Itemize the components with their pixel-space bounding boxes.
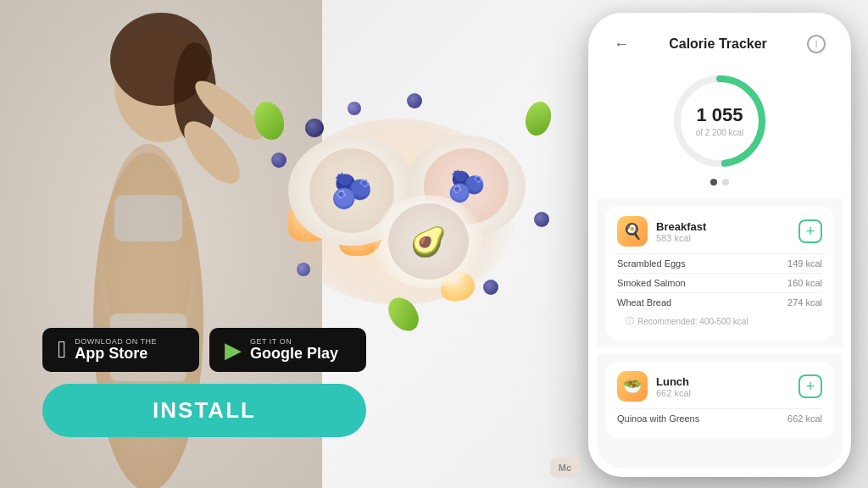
blueberry-3 xyxy=(348,102,361,115)
breakfast-info: Breakfast 583 kcal xyxy=(656,220,706,243)
dot-1 xyxy=(710,179,717,186)
google-play-main: Google Play xyxy=(250,346,338,363)
salmon-kcal: 160 kcal xyxy=(787,278,822,288)
lunch-info: Lunch 662 kcal xyxy=(656,375,691,398)
quinoa-name: Quinoa with Greens xyxy=(617,413,699,424)
lunch-section: 🥗 Lunch 662 kcal + Quinoa with Greens 66… xyxy=(605,361,834,438)
bread-kcal: 274 kcal xyxy=(787,297,822,308)
store-buttons-row:  Download on the App Store ▶ GET IT ON … xyxy=(42,328,366,372)
breakfast-header: 🍳 Breakfast 583 kcal + xyxy=(617,216,822,247)
lunch-name: Lunch xyxy=(656,375,691,388)
breakfast-title-area: 🍳 Breakfast 583 kcal xyxy=(617,216,706,247)
breakfast-section: 🍳 Breakfast 583 kcal + Scrambled Eggs 14… xyxy=(605,206,834,341)
back-button[interactable]: ← xyxy=(614,36,629,53)
apple-icon:  xyxy=(58,336,66,363)
google-play-button[interactable]: ▶ GET IT ON Google Play xyxy=(209,328,366,372)
install-button[interactable]: INSTALL xyxy=(42,384,366,437)
info-button[interactable]: i xyxy=(807,35,826,53)
dot-2 xyxy=(722,179,729,186)
lunch-kcal: 662 kcal xyxy=(656,388,691,398)
app-store-text: Download on the App Store xyxy=(75,337,157,363)
breakfast-name: Breakfast xyxy=(656,220,706,233)
screen-title: Calorie Tracker xyxy=(669,36,767,52)
divider-1 xyxy=(597,192,843,199)
calorie-ring: 1 055 of 2 200 kcal xyxy=(669,70,771,172)
breakfast-icon: 🍳 xyxy=(617,216,648,247)
food-display-area: 🫐 🫐 🥑 xyxy=(237,51,576,356)
recommended-note: ⓘ Recommended: 400-500 kcal xyxy=(617,312,822,330)
blueberry-2 xyxy=(305,119,324,137)
calorie-number: 1 055 xyxy=(696,106,743,125)
calorie-subtitle: of 2 200 kcal xyxy=(696,128,744,137)
dot-indicators xyxy=(710,179,729,186)
lunch-add-button[interactable]: + xyxy=(798,374,822,398)
lunch-icon: 🥗 xyxy=(617,371,648,402)
blueberry-7 xyxy=(534,212,549,227)
avocado-2 xyxy=(519,97,558,140)
google-play-text: GET IT ON Google Play xyxy=(250,337,338,363)
food-plate-3: 🥑 xyxy=(373,195,483,288)
svg-rect-8 xyxy=(114,195,182,241)
lunch-title-area: 🥗 Lunch 662 kcal xyxy=(617,371,691,402)
app-store-main: App Store xyxy=(75,346,157,363)
breakfast-add-button[interactable]: + xyxy=(798,219,822,243)
meal-item-quinoa: Quinoa with Greens 662 kcal xyxy=(617,408,822,428)
phone-screen: ← Calorie Tracker i 1 055 xyxy=(597,21,843,469)
bread-name: Wheat Bread xyxy=(617,297,671,308)
calorie-section: 1 055 of 2 200 kcal xyxy=(597,62,843,192)
salmon-name: Smoked Salmon xyxy=(617,278,686,288)
phone-mockup: ← Calorie Tracker i 1 055 xyxy=(588,13,851,477)
quinoa-kcal: 662 kcal xyxy=(787,413,822,424)
phone-header: ← Calorie Tracker i xyxy=(597,21,843,62)
blueberry-9 xyxy=(297,263,310,276)
eggs-name: Scrambled Eggs xyxy=(617,258,686,269)
watermark: Mc xyxy=(550,458,580,478)
google-play-icon: ▶ xyxy=(225,337,242,363)
meal-item-bread: Wheat Bread 274 kcal xyxy=(617,292,822,312)
cta-buttons-area:  Download on the App Store ▶ GET IT ON … xyxy=(42,328,366,437)
blueberry-10 xyxy=(483,280,498,295)
meal-item-salmon: Smoked Salmon 160 kcal xyxy=(617,273,822,292)
eggs-kcal: 149 kcal xyxy=(787,258,822,269)
blueberry-4 xyxy=(407,93,422,108)
avocado-1 xyxy=(254,102,284,140)
app-store-button[interactable]:  Download on the App Store xyxy=(42,328,199,372)
breakfast-kcal: 583 kcal xyxy=(656,233,706,243)
divider-2 xyxy=(597,347,843,354)
phone-scroll-area[interactable]: ← Calorie Tracker i 1 055 xyxy=(597,21,843,469)
blueberry-1 xyxy=(271,152,287,168)
meal-item-eggs: Scrambled Eggs 149 kcal xyxy=(617,253,822,273)
calorie-text: 1 055 of 2 200 kcal xyxy=(669,70,771,172)
lunch-header: 🥗 Lunch 662 kcal + xyxy=(617,371,822,402)
